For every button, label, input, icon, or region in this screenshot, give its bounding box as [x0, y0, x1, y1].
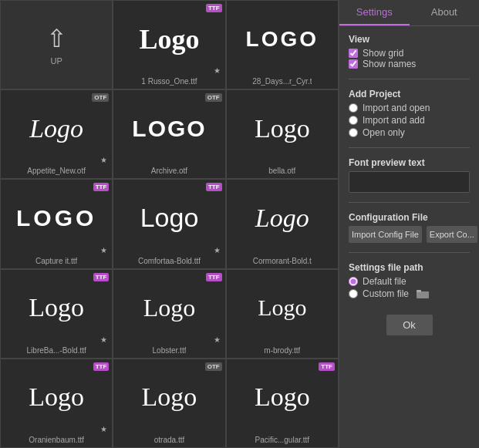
- divider: [349, 252, 470, 253]
- default-file-row: Default file: [349, 276, 470, 287]
- import-add-label: Import and add: [363, 115, 425, 126]
- divider: [349, 147, 470, 148]
- config-file-section: Configuration File Import Config File Ex…: [349, 212, 470, 243]
- settings-file-title: Settings file path: [349, 262, 470, 273]
- font-filename: Appetite_New.otf: [27, 167, 86, 178]
- config-file-buttons: Import Config File Export Co...: [349, 226, 470, 243]
- default-file-label: Default file: [363, 276, 406, 287]
- font-filename: bella.otf: [268, 167, 295, 178]
- settings-file-section: Settings file path Default file Custom f…: [349, 262, 470, 299]
- open-only-radio[interactable]: [349, 128, 358, 137]
- up-arrow-icon: ⇧: [46, 24, 67, 53]
- font-preview-section: Font preview text: [349, 157, 470, 193]
- star-icon: ★: [100, 335, 107, 344]
- show-grid-row: Show grid: [349, 48, 470, 59]
- font-preview: Logo: [227, 90, 338, 167]
- font-filename: Capture it.ttf: [35, 257, 77, 268]
- list-item[interactable]: Logo Cormorant-Bold.t: [226, 179, 339, 268]
- svg-rect-0: [417, 291, 429, 298]
- font-preview-input[interactable]: [349, 171, 470, 193]
- divider: [349, 202, 470, 203]
- import-open-radio[interactable]: [349, 103, 358, 113]
- list-item[interactable]: TTF Logo ★ 1 Russo_One.ttf: [113, 0, 225, 89]
- list-item[interactable]: Logo m-brody.ttf: [226, 269, 339, 359]
- font-filename: Lobster.ttf: [153, 346, 187, 358]
- star-icon: ★: [214, 335, 221, 344]
- panel-content: View Show grid Show names Add Project Im…: [339, 26, 479, 448]
- badge-ttf: TTF: [93, 273, 110, 281]
- font-preview: LOGO: [113, 90, 224, 167]
- ok-btn-container: Ok: [349, 312, 470, 335]
- folder-icon[interactable]: [417, 289, 429, 298]
- badge-otf: OTF: [205, 362, 222, 371]
- list-item[interactable]: LOGO 28_Days...r_Cyr.t: [226, 0, 339, 89]
- import-open-label: Import and open: [363, 103, 430, 113]
- font-filename: 1 Russo_One.ttf: [141, 77, 197, 89]
- list-item[interactable]: OTF Logo otrada.ttf: [113, 359, 225, 448]
- import-config-button[interactable]: Import Config File: [349, 226, 422, 243]
- font-filename: LibreBa...-Bold.ttf: [27, 346, 86, 358]
- import-add-radio[interactable]: [349, 116, 358, 125]
- font-filename: Pacific...gular.ttf: [255, 436, 310, 447]
- font-preview: LOGO: [1, 180, 112, 256]
- star-icon: ★: [214, 66, 221, 75]
- import-add-row: Import and add: [349, 115, 470, 126]
- star-icon: ★: [100, 246, 107, 254]
- view-section-title: View: [349, 34, 470, 45]
- tab-settings[interactable]: Settings: [339, 0, 410, 25]
- badge-ttf: TTF: [93, 362, 110, 371]
- custom-file-label: Custom file: [363, 288, 409, 299]
- font-filename: Comfortaa-Bold.ttf: [138, 257, 201, 268]
- up-button[interactable]: ⇧ UP: [0, 0, 113, 89]
- show-names-row: Show names: [349, 59, 470, 69]
- open-only-row: Open only: [349, 127, 470, 138]
- font-filename: Cormorant-Bold.t: [253, 257, 312, 268]
- default-file-radio[interactable]: [349, 277, 358, 286]
- font-filename: 28_Days...r_Cyr.t: [252, 77, 312, 89]
- list-item[interactable]: TTF LOGO ★ Capture it.ttf: [0, 179, 113, 268]
- divider: [349, 79, 470, 79]
- badge-ttf: TTF: [206, 273, 222, 281]
- list-item[interactable]: Logo bella.otf: [226, 89, 339, 179]
- right-panel: Settings About View Show grid Show names…: [339, 0, 479, 448]
- list-item[interactable]: TTF Logo ★ Lobster.ttf: [113, 269, 225, 359]
- list-item[interactable]: TTF Logo Pacific...gular.ttf: [226, 359, 339, 448]
- custom-file-radio[interactable]: [349, 289, 358, 298]
- config-file-title: Configuration File: [349, 212, 470, 223]
- ok-button[interactable]: Ok: [386, 315, 433, 335]
- import-open-row: Import and open: [349, 103, 470, 113]
- font-preview: Logo: [227, 270, 338, 346]
- star-icon: ★: [100, 156, 107, 164]
- font-preview: Logo: [113, 180, 224, 256]
- badge-ttf: TTF: [93, 183, 110, 191]
- list-item[interactable]: OTF Logo ★ Appetite_New.otf: [0, 89, 113, 179]
- star-icon: ★: [214, 246, 221, 254]
- list-item[interactable]: TTF Logo ★ LibreBa...-Bold.ttf: [0, 269, 113, 359]
- tab-bar: Settings About: [339, 0, 479, 26]
- font-preview-title: Font preview text: [349, 157, 470, 168]
- list-item[interactable]: OTF LOGO Archive.otf: [113, 89, 225, 179]
- font-filename: Archive.otf: [151, 167, 187, 178]
- font-filename: otrada.ttf: [154, 436, 184, 447]
- custom-file-row: Custom file: [349, 288, 470, 299]
- badge-otf: OTF: [92, 93, 109, 102]
- show-names-checkbox[interactable]: [349, 59, 358, 69]
- badge-ttf: TTF: [319, 362, 335, 371]
- add-project-section: Add Project Import and open Import and a…: [349, 89, 470, 138]
- svg-rect-1: [417, 290, 421, 292]
- tab-about[interactable]: About: [410, 0, 480, 25]
- font-preview: Logo: [1, 90, 112, 167]
- show-names-label: Show names: [363, 59, 416, 69]
- font-preview: LOGO: [227, 1, 338, 77]
- font-filename: m-brody.ttf: [264, 346, 300, 358]
- font-preview: Logo: [227, 180, 338, 256]
- export-config-button[interactable]: Export Co...: [427, 226, 477, 243]
- badge-ttf: TTF: [206, 4, 222, 12]
- font-filename: Oranienbaum.ttf: [29, 436, 84, 447]
- list-item[interactable]: TTF Logo ★ Oranienbaum.ttf: [0, 359, 113, 448]
- up-label: UP: [51, 56, 62, 66]
- list-item[interactable]: TTF Logo ★ Comfortaa-Bold.ttf: [113, 179, 225, 268]
- badge-ttf: TTF: [206, 183, 222, 191]
- open-only-label: Open only: [363, 127, 405, 138]
- show-grid-checkbox[interactable]: [349, 49, 358, 58]
